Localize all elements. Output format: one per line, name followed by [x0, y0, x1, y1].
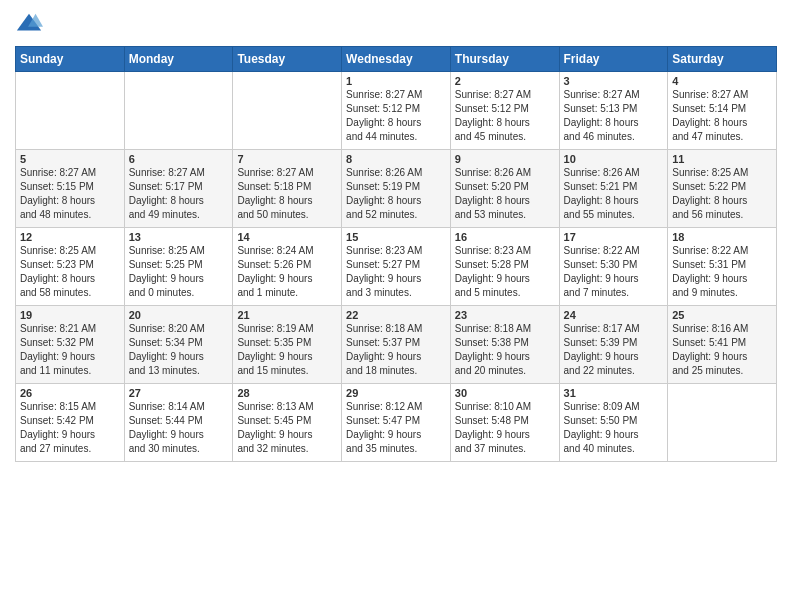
day-number: 4 — [672, 75, 772, 87]
calendar-cell — [668, 384, 777, 462]
day-info: Sunrise: 8:25 AM Sunset: 5:23 PM Dayligh… — [20, 244, 120, 300]
day-info: Sunrise: 8:13 AM Sunset: 5:45 PM Dayligh… — [237, 400, 337, 456]
day-info: Sunrise: 8:18 AM Sunset: 5:38 PM Dayligh… — [455, 322, 555, 378]
day-info: Sunrise: 8:24 AM Sunset: 5:26 PM Dayligh… — [237, 244, 337, 300]
day-info: Sunrise: 8:23 AM Sunset: 5:28 PM Dayligh… — [455, 244, 555, 300]
day-info: Sunrise: 8:27 AM Sunset: 5:13 PM Dayligh… — [564, 88, 664, 144]
day-info: Sunrise: 8:27 AM Sunset: 5:15 PM Dayligh… — [20, 166, 120, 222]
day-info: Sunrise: 8:23 AM Sunset: 5:27 PM Dayligh… — [346, 244, 446, 300]
day-info: Sunrise: 8:27 AM Sunset: 5:12 PM Dayligh… — [455, 88, 555, 144]
day-number: 19 — [20, 309, 120, 321]
day-info: Sunrise: 8:10 AM Sunset: 5:48 PM Dayligh… — [455, 400, 555, 456]
day-info: Sunrise: 8:26 AM Sunset: 5:21 PM Dayligh… — [564, 166, 664, 222]
header-day-tuesday: Tuesday — [233, 47, 342, 72]
calendar-cell: 8Sunrise: 8:26 AM Sunset: 5:19 PM Daylig… — [342, 150, 451, 228]
day-info: Sunrise: 8:27 AM Sunset: 5:18 PM Dayligh… — [237, 166, 337, 222]
calendar-cell: 31Sunrise: 8:09 AM Sunset: 5:50 PM Dayli… — [559, 384, 668, 462]
calendar-cell: 25Sunrise: 8:16 AM Sunset: 5:41 PM Dayli… — [668, 306, 777, 384]
day-info: Sunrise: 8:21 AM Sunset: 5:32 PM Dayligh… — [20, 322, 120, 378]
day-number: 7 — [237, 153, 337, 165]
day-info: Sunrise: 8:19 AM Sunset: 5:35 PM Dayligh… — [237, 322, 337, 378]
calendar-cell: 28Sunrise: 8:13 AM Sunset: 5:45 PM Dayli… — [233, 384, 342, 462]
day-number: 17 — [564, 231, 664, 243]
day-number: 28 — [237, 387, 337, 399]
header-day-monday: Monday — [124, 47, 233, 72]
day-info: Sunrise: 8:22 AM Sunset: 5:31 PM Dayligh… — [672, 244, 772, 300]
day-number: 10 — [564, 153, 664, 165]
day-number: 13 — [129, 231, 229, 243]
logo — [15, 10, 45, 38]
day-info: Sunrise: 8:16 AM Sunset: 5:41 PM Dayligh… — [672, 322, 772, 378]
day-info: Sunrise: 8:25 AM Sunset: 5:22 PM Dayligh… — [672, 166, 772, 222]
logo-icon — [15, 10, 43, 38]
calendar-cell: 23Sunrise: 8:18 AM Sunset: 5:38 PM Dayli… — [450, 306, 559, 384]
day-number: 8 — [346, 153, 446, 165]
calendar-cell: 26Sunrise: 8:15 AM Sunset: 5:42 PM Dayli… — [16, 384, 125, 462]
day-number: 16 — [455, 231, 555, 243]
week-row-2: 5Sunrise: 8:27 AM Sunset: 5:15 PM Daylig… — [16, 150, 777, 228]
week-row-3: 12Sunrise: 8:25 AM Sunset: 5:23 PM Dayli… — [16, 228, 777, 306]
day-info: Sunrise: 8:26 AM Sunset: 5:19 PM Dayligh… — [346, 166, 446, 222]
day-number: 3 — [564, 75, 664, 87]
day-number: 23 — [455, 309, 555, 321]
calendar-cell: 4Sunrise: 8:27 AM Sunset: 5:14 PM Daylig… — [668, 72, 777, 150]
calendar-cell — [124, 72, 233, 150]
calendar-cell: 24Sunrise: 8:17 AM Sunset: 5:39 PM Dayli… — [559, 306, 668, 384]
day-number: 21 — [237, 309, 337, 321]
day-info: Sunrise: 8:25 AM Sunset: 5:25 PM Dayligh… — [129, 244, 229, 300]
calendar-cell: 14Sunrise: 8:24 AM Sunset: 5:26 PM Dayli… — [233, 228, 342, 306]
header-row: SundayMondayTuesdayWednesdayThursdayFrid… — [16, 47, 777, 72]
week-row-1: 1Sunrise: 8:27 AM Sunset: 5:12 PM Daylig… — [16, 72, 777, 150]
day-number: 22 — [346, 309, 446, 321]
day-info: Sunrise: 8:27 AM Sunset: 5:17 PM Dayligh… — [129, 166, 229, 222]
calendar-cell: 17Sunrise: 8:22 AM Sunset: 5:30 PM Dayli… — [559, 228, 668, 306]
calendar-cell: 22Sunrise: 8:18 AM Sunset: 5:37 PM Dayli… — [342, 306, 451, 384]
header-day-saturday: Saturday — [668, 47, 777, 72]
calendar-cell: 16Sunrise: 8:23 AM Sunset: 5:28 PM Dayli… — [450, 228, 559, 306]
calendar-cell: 15Sunrise: 8:23 AM Sunset: 5:27 PM Dayli… — [342, 228, 451, 306]
calendar-cell: 7Sunrise: 8:27 AM Sunset: 5:18 PM Daylig… — [233, 150, 342, 228]
day-number: 1 — [346, 75, 446, 87]
day-info: Sunrise: 8:09 AM Sunset: 5:50 PM Dayligh… — [564, 400, 664, 456]
header-day-friday: Friday — [559, 47, 668, 72]
calendar-cell: 30Sunrise: 8:10 AM Sunset: 5:48 PM Dayli… — [450, 384, 559, 462]
calendar-body: 1Sunrise: 8:27 AM Sunset: 5:12 PM Daylig… — [16, 72, 777, 462]
calendar-cell: 19Sunrise: 8:21 AM Sunset: 5:32 PM Dayli… — [16, 306, 125, 384]
day-number: 30 — [455, 387, 555, 399]
calendar-cell: 5Sunrise: 8:27 AM Sunset: 5:15 PM Daylig… — [16, 150, 125, 228]
day-info: Sunrise: 8:27 AM Sunset: 5:14 PM Dayligh… — [672, 88, 772, 144]
calendar-cell: 20Sunrise: 8:20 AM Sunset: 5:34 PM Dayli… — [124, 306, 233, 384]
calendar-cell: 6Sunrise: 8:27 AM Sunset: 5:17 PM Daylig… — [124, 150, 233, 228]
calendar-cell: 11Sunrise: 8:25 AM Sunset: 5:22 PM Dayli… — [668, 150, 777, 228]
header-day-sunday: Sunday — [16, 47, 125, 72]
calendar-header: SundayMondayTuesdayWednesdayThursdayFrid… — [16, 47, 777, 72]
calendar-cell: 13Sunrise: 8:25 AM Sunset: 5:25 PM Dayli… — [124, 228, 233, 306]
calendar-cell: 10Sunrise: 8:26 AM Sunset: 5:21 PM Dayli… — [559, 150, 668, 228]
day-info: Sunrise: 8:17 AM Sunset: 5:39 PM Dayligh… — [564, 322, 664, 378]
week-row-4: 19Sunrise: 8:21 AM Sunset: 5:32 PM Dayli… — [16, 306, 777, 384]
day-number: 15 — [346, 231, 446, 243]
calendar-cell: 12Sunrise: 8:25 AM Sunset: 5:23 PM Dayli… — [16, 228, 125, 306]
day-number: 24 — [564, 309, 664, 321]
day-number: 29 — [346, 387, 446, 399]
calendar-cell — [16, 72, 125, 150]
calendar-cell: 29Sunrise: 8:12 AM Sunset: 5:47 PM Dayli… — [342, 384, 451, 462]
day-number: 18 — [672, 231, 772, 243]
calendar-cell: 27Sunrise: 8:14 AM Sunset: 5:44 PM Dayli… — [124, 384, 233, 462]
header-day-wednesday: Wednesday — [342, 47, 451, 72]
header — [15, 10, 777, 38]
day-number: 11 — [672, 153, 772, 165]
calendar-cell: 3Sunrise: 8:27 AM Sunset: 5:13 PM Daylig… — [559, 72, 668, 150]
calendar-cell: 21Sunrise: 8:19 AM Sunset: 5:35 PM Dayli… — [233, 306, 342, 384]
calendar-cell: 18Sunrise: 8:22 AM Sunset: 5:31 PM Dayli… — [668, 228, 777, 306]
day-number: 25 — [672, 309, 772, 321]
calendar-cell: 9Sunrise: 8:26 AM Sunset: 5:20 PM Daylig… — [450, 150, 559, 228]
week-row-5: 26Sunrise: 8:15 AM Sunset: 5:42 PM Dayli… — [16, 384, 777, 462]
day-number: 9 — [455, 153, 555, 165]
day-info: Sunrise: 8:12 AM Sunset: 5:47 PM Dayligh… — [346, 400, 446, 456]
day-number: 12 — [20, 231, 120, 243]
page: SundayMondayTuesdayWednesdayThursdayFrid… — [0, 0, 792, 612]
day-number: 20 — [129, 309, 229, 321]
day-number: 26 — [20, 387, 120, 399]
day-number: 31 — [564, 387, 664, 399]
